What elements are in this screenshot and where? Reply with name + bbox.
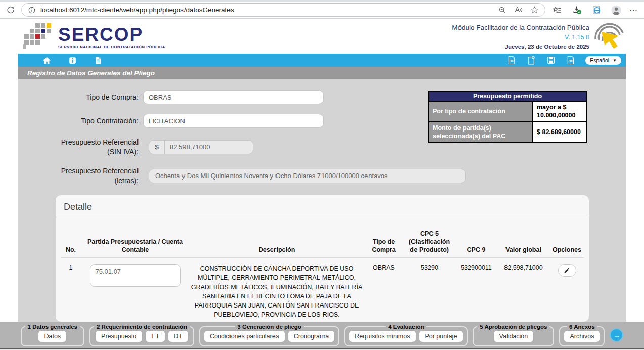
module-date: Jueves, 23 de Octubre de 2025 xyxy=(452,42,589,51)
wizard-group-legend: 3 Generación de pliego xyxy=(235,324,304,330)
favorites-star-icon[interactable] xyxy=(530,6,539,14)
detalle-table: No. Partida Presupuestaria / Cuenta Cont… xyxy=(61,230,584,322)
currency-symbol: $ xyxy=(149,140,164,154)
sercop-logo-mosaic-icon xyxy=(23,23,55,51)
table-row: 1 75.01.07 CONSTRUCCIÓN DE CANCHA DEPORT… xyxy=(61,258,584,322)
pdf-print-button[interactable]: PDF xyxy=(566,55,576,65)
arrow-right-icon: → xyxy=(613,331,620,339)
detalle-title: Detalle xyxy=(56,195,589,217)
detalle-header-row: No. Partida Presupuestaria / Cuenta Cont… xyxy=(61,230,584,258)
wizard-group-legend: 1 Datos generales xyxy=(25,324,80,330)
row-cpc9: 532900011 xyxy=(455,258,497,322)
form-area: Tipo de Compra: Tipo Contratación: Presu… xyxy=(18,79,626,322)
collections-button[interactable] xyxy=(550,4,564,17)
cronograma-button[interactable]: Cronograma xyxy=(288,330,335,342)
page-title: Registro de Datos Generales del Pliego xyxy=(27,69,155,77)
module-info: Módulo Facilitador de la Contratación Pú… xyxy=(452,23,589,51)
presupuesto-letras-value: Ochenta y Dos Mil Quinientos Noventa y O… xyxy=(149,169,466,183)
column-header-cpc9: CPC 9 xyxy=(455,230,497,258)
pp-row-label: Por tipo de contratación xyxy=(429,101,533,122)
tipo-contratacion-label: Tipo Contratación: xyxy=(18,116,143,126)
pp-row-value: mayor a $ 10.000,00000 xyxy=(533,101,586,122)
wizard-group-anexos: 6 Anexos Archivos xyxy=(559,324,605,346)
svg-text:PDF: PDF xyxy=(569,60,573,62)
por-puntaje-button[interactable]: Por puntaje xyxy=(419,330,463,342)
app-header: SERCOP SERVICIO NACIONAL DE CONTRATACIÓN… xyxy=(0,19,644,54)
datos-button[interactable]: Datos xyxy=(38,330,67,342)
home-button[interactable] xyxy=(41,55,52,65)
tipo-compra-label: Tipo de Compra: xyxy=(18,93,143,102)
info-icon xyxy=(68,56,77,65)
column-header-partida: Partida Presupuestaria / Cuenta Contable xyxy=(81,230,190,258)
wizard-group-legend: 4 Evaluación xyxy=(386,324,426,330)
svg-text:PDF: PDF xyxy=(510,60,514,62)
ie-mode-icon xyxy=(592,5,602,15)
browser-actions: ⋯ xyxy=(549,4,639,17)
sercop-logo-tagline: SERVICIO NACIONAL DE CONTRATACIÓN PÚBLIC… xyxy=(58,45,165,49)
pdf-export-button[interactable]: PDF xyxy=(507,55,517,65)
pp-row-value: $ 82.689,60000 xyxy=(533,122,586,143)
downloads-button[interactable] xyxy=(570,4,583,17)
chevron-down-icon: ▼ xyxy=(613,58,617,63)
wizard-group-legend: 6 Anexos xyxy=(567,324,597,330)
save-button[interactable] xyxy=(546,55,556,65)
profile-avatar-icon xyxy=(611,5,622,16)
next-step-button[interactable]: → xyxy=(610,328,623,342)
pdf-file-icon: PDF xyxy=(507,56,516,65)
et-button[interactable]: ET xyxy=(145,330,165,342)
module-version: V. 1.15.0 xyxy=(452,33,589,42)
download-icon xyxy=(572,5,582,15)
column-header-tipo-compra: Tipo de Compra xyxy=(364,230,403,258)
presupuesto-siniva-label: Presupuesto Referencial (SIN IVA): xyxy=(18,138,143,157)
document-button[interactable] xyxy=(93,55,103,65)
save-icon xyxy=(546,56,556,65)
tipo-contratacion-input[interactable] xyxy=(143,114,324,128)
profile-button[interactable] xyxy=(610,4,623,17)
info-button[interactable] xyxy=(67,55,77,65)
edit-row-button[interactable] xyxy=(558,264,576,277)
partida-input[interactable]: 75.01.07 xyxy=(90,264,181,287)
column-header-no: No. xyxy=(61,230,81,258)
pp-row-label: Monto de partida(s) seleccionada(s) del … xyxy=(429,122,533,143)
presupuesto-button[interactable]: Presupuesto xyxy=(95,330,143,342)
dt-button[interactable]: DT xyxy=(168,330,189,342)
row-number: 1 xyxy=(61,258,81,322)
requisitos-minimos-button[interactable]: Requisitos mínimos xyxy=(349,330,416,342)
wizard-group-requerimiento: 2 Requerimiento de contratación Presupue… xyxy=(89,324,194,346)
sercop-logo-text: SERCOP xyxy=(58,26,165,43)
row-valor-global: 82.598,71000 xyxy=(497,258,550,322)
presupuesto-permitido-title: Presupuesto permitido xyxy=(429,91,586,101)
wizard-group-aprobacion: 5 Aprobación de pliegos Validación xyxy=(473,324,554,346)
tipo-compra-input[interactable] xyxy=(143,90,324,104)
ie-mode-button[interactable] xyxy=(590,4,603,17)
refresh-button[interactable] xyxy=(4,4,17,17)
new-document-button[interactable] xyxy=(526,55,536,65)
sercop-logo: SERCOP SERVICIO NACIONAL DE CONTRATACIÓN… xyxy=(23,23,165,51)
row-tipo-compra: OBRAS xyxy=(364,258,403,322)
browser-toolbar: localhost:6012/mfc-cliente/web/app.php/p… xyxy=(0,0,644,19)
wizard-group-evaluacion: 4 Evaluación Requisitos mínimos Por punt… xyxy=(344,324,468,346)
wizard-group-legend: 2 Requerimiento de contratación xyxy=(94,324,190,330)
language-selected-value: Español xyxy=(590,57,609,63)
zoom-out-icon[interactable] xyxy=(498,6,507,14)
read-aloud-icon[interactable] xyxy=(514,6,523,14)
language-selector[interactable]: Español ▼ xyxy=(585,56,621,65)
condiciones-particulares-button[interactable]: Condiciones particulares xyxy=(204,330,285,342)
detalle-panel: Detalle No. Partida Presupuestaria / Cue… xyxy=(56,195,589,322)
home-icon xyxy=(42,56,52,65)
pencil-icon xyxy=(564,267,570,274)
address-bar[interactable]: localhost:6012/mfc-cliente/web/app.php/p… xyxy=(21,3,545,17)
wizard-group-legend: 5 Aprobación de pliegos xyxy=(477,324,549,330)
pdf-file-icon: PDF xyxy=(566,56,575,65)
row-cpc5: 53290 xyxy=(403,258,455,322)
mfc-arcs-logo-icon xyxy=(592,21,627,50)
validacion-button[interactable]: Validación xyxy=(493,330,534,342)
wizard-navigation: 1 Datos generales Datos 2 Requerimiento … xyxy=(0,322,644,348)
site-info-icon[interactable] xyxy=(28,6,36,14)
module-title: Módulo Facilitador de la Contratación Pú… xyxy=(452,23,589,33)
more-options-icon[interactable]: ⋯ xyxy=(629,5,638,15)
app-toolbar: PDF PDF Español ▼ xyxy=(18,54,626,67)
archivos-button[interactable]: Archivos xyxy=(564,330,600,342)
presupuesto-letras-label: Presupuesto Referencial (letras): xyxy=(18,166,143,186)
url-text[interactable]: localhost:6012/mfc-cliente/web/app.php/p… xyxy=(40,6,494,14)
